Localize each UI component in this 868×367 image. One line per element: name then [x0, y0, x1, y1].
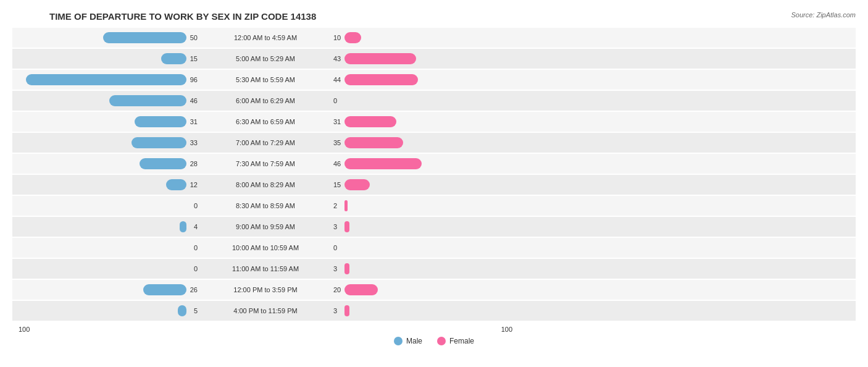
female-value: 31 — [333, 118, 347, 125]
left-section: 33 — [12, 133, 204, 153]
chart-container: TIME OF DEPARTURE TO WORK BY SEX IN ZIP … — [0, 0, 868, 367]
bar-row: 5 4:00 PM to 11:59 PM 3 — [12, 301, 856, 321]
axis-right: 100 — [327, 326, 519, 333]
female-label: Female — [449, 337, 474, 345]
legend-male: Male — [394, 337, 422, 345]
female-bar — [344, 32, 361, 43]
female-value: 10 — [333, 34, 347, 41]
female-bar — [344, 158, 422, 169]
time-label: 5:30 AM to 5:59 AM — [204, 76, 327, 83]
right-section: 44 — [327, 70, 519, 90]
axis-left: 100 — [12, 326, 204, 333]
right-section: 10 — [327, 28, 519, 48]
time-label: 11:00 AM to 11:59 AM — [204, 265, 327, 272]
left-section: 0 — [12, 238, 204, 258]
left-section: 28 — [12, 154, 204, 174]
time-label: 12:00 PM to 3:59 PM — [204, 286, 327, 293]
chart-rows-area: 50 12:00 AM to 4:59 AM 10 15 5:00 AM to … — [12, 28, 856, 321]
left-section: 4 — [12, 217, 204, 237]
right-section: 3 — [327, 217, 519, 237]
time-label: 9:00 AM to 9:59 AM — [204, 223, 327, 230]
left-section: 0 — [12, 196, 204, 216]
right-section: 0 — [327, 91, 519, 111]
left-section: 12 — [12, 175, 204, 195]
female-bar — [344, 74, 418, 85]
male-value: 46 — [184, 97, 198, 104]
male-bar — [103, 32, 186, 43]
right-section: 35 — [327, 133, 519, 153]
female-value: 46 — [333, 160, 347, 167]
right-section: 0 — [327, 238, 519, 258]
female-value: 43 — [333, 55, 347, 62]
bar-row: 31 6:30 AM to 6:59 AM 31 — [12, 112, 856, 132]
male-value: 0 — [184, 202, 198, 209]
male-value: 96 — [184, 76, 198, 83]
female-bar — [344, 116, 396, 127]
female-value: 44 — [333, 76, 347, 83]
male-bar — [143, 284, 186, 295]
left-section: 46 — [12, 91, 204, 111]
right-section: 20 — [327, 280, 519, 300]
female-bar — [344, 284, 378, 295]
legend: Male Female — [12, 337, 856, 345]
bar-row: 33 7:00 AM to 7:29 AM 35 — [12, 133, 856, 153]
bar-row: 4 9:00 AM to 9:59 AM 3 — [12, 217, 856, 237]
bar-row: 50 12:00 AM to 4:59 AM 10 — [12, 28, 856, 48]
right-section: 15 — [327, 175, 519, 195]
chart-title: TIME OF DEPARTURE TO WORK BY SEX IN ZIP … — [12, 11, 856, 22]
right-section: 46 — [327, 154, 519, 174]
left-section: 0 — [12, 259, 204, 279]
left-section: 96 — [12, 70, 204, 90]
male-value: 50 — [184, 34, 198, 41]
male-dot — [394, 337, 403, 345]
female-dot — [437, 337, 446, 345]
bar-row: 0 8:30 AM to 8:59 AM 2 — [12, 196, 856, 216]
bar-row: 46 6:00 AM to 6:29 AM 0 — [12, 91, 856, 111]
bar-row: 12 8:00 AM to 8:29 AM 15 — [12, 175, 856, 195]
female-value: 3 — [333, 223, 347, 230]
right-section: 2 — [327, 196, 519, 216]
time-label: 5:00 AM to 5:29 AM — [204, 55, 327, 62]
male-bar — [26, 74, 186, 85]
male-value: 31 — [184, 118, 198, 125]
female-value: 3 — [333, 265, 347, 272]
male-value: 15 — [184, 55, 198, 62]
left-section: 5 — [12, 301, 204, 321]
legend-female: Female — [437, 337, 474, 345]
time-label: 8:30 AM to 8:59 AM — [204, 202, 327, 209]
male-value: 0 — [184, 265, 198, 272]
male-bar — [109, 95, 186, 106]
female-value: 35 — [333, 139, 347, 146]
time-label: 6:30 AM to 6:59 AM — [204, 118, 327, 125]
right-section: 31 — [327, 112, 519, 132]
left-section: 31 — [12, 112, 204, 132]
bar-row: 28 7:30 AM to 7:59 AM 46 — [12, 154, 856, 174]
left-section: 50 — [12, 28, 204, 48]
female-bar — [344, 53, 416, 64]
time-label: 8:00 AM to 8:29 AM — [204, 181, 327, 188]
left-section: 26 — [12, 280, 204, 300]
male-value: 4 — [184, 223, 198, 230]
male-value: 28 — [184, 160, 198, 167]
female-value: 0 — [333, 244, 347, 251]
female-value: 3 — [333, 307, 347, 314]
female-bar — [344, 179, 370, 190]
time-label: 7:30 AM to 7:59 AM — [204, 160, 327, 167]
bar-row: 26 12:00 PM to 3:59 PM 20 — [12, 280, 856, 300]
male-bar — [140, 158, 186, 169]
male-value: 12 — [184, 181, 198, 188]
male-label: Male — [406, 337, 422, 345]
bar-row: 0 11:00 AM to 11:59 AM 3 — [12, 259, 856, 279]
right-section: 3 — [327, 259, 519, 279]
time-label: 7:00 AM to 7:29 AM — [204, 139, 327, 146]
axis-row: 100 100 — [12, 322, 856, 334]
bar-row: 96 5:30 AM to 5:59 AM 44 — [12, 70, 856, 90]
male-bar — [131, 137, 186, 148]
right-section: 43 — [327, 49, 519, 69]
male-bar — [161, 53, 186, 64]
male-value: 5 — [184, 307, 198, 314]
female-value: 2 — [333, 202, 347, 209]
bar-row: 15 5:00 AM to 5:29 AM 43 — [12, 49, 856, 69]
time-label: 12:00 AM to 4:59 AM — [204, 34, 327, 41]
source-label: Source: ZipAtlas.com — [791, 11, 856, 19]
